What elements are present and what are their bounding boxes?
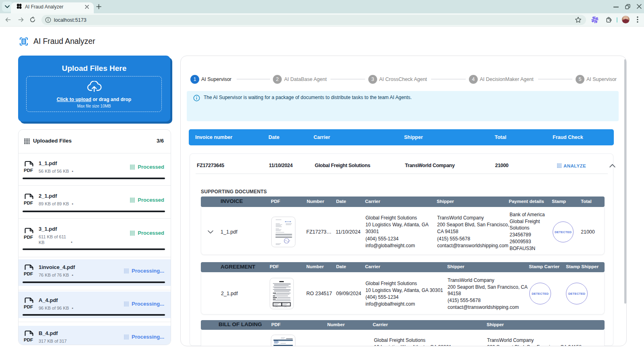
svg-text:PDF: PDF — [24, 235, 33, 240]
svg-text:PDF: PDF — [24, 168, 33, 173]
svg-text:PDF: PDF — [24, 304, 33, 309]
svg-text:PDF: PDF — [24, 201, 33, 205]
svg-text:PDF: PDF — [24, 271, 33, 276]
svg-text:PDF: PDF — [24, 337, 33, 342]
